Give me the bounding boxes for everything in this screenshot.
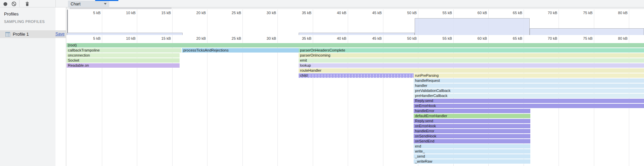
flame-bar-Socket[interactable]: Socket	[67, 58, 180, 63]
flame-bar-label: _send	[414, 154, 425, 158]
flame-bar-label: Reply.send	[414, 99, 433, 103]
save-profile-link[interactable]: Save	[55, 32, 65, 36]
flame-ruler-tick-label: 5 kB	[80, 36, 101, 40]
toolbar-divider	[55, 0, 56, 7]
flame-bar-callbackTrampoline[interactable]: callbackTrampoline	[67, 48, 181, 53]
flame-bar-label: onSendHook	[414, 134, 437, 138]
flame-bar-routeHandler[interactable]: routeHandler	[299, 68, 644, 73]
flame-bar-label: Reply.send	[414, 119, 433, 123]
chart-view-select[interactable]: Chart	[68, 1, 109, 7]
flame-bar-label: processTicksAndRejections	[182, 48, 229, 52]
overview-ruler-tick-label: 75 kB	[572, 11, 593, 15]
horizontal-scrollbar-track[interactable]	[66, 7, 644, 9]
flame-bar-label: preHandlerCallback	[414, 94, 448, 98]
overview-ruler-tick-label: 40 kB	[326, 11, 346, 15]
flame-bar-handleRequest[interactable]: handleRequest	[414, 78, 644, 83]
chart-pane[interactable]: 5 kB5 kB10 kB10 kB15 kB15 kB20 kB20 kB25…	[66, 7, 644, 166]
overview-ruler-tick-label: 10 kB	[115, 11, 136, 15]
chart-view-select-value: Chart	[71, 2, 80, 6]
flame-ruler-tick-label: 80 kB	[607, 36, 628, 40]
flame-ruler-tick-label: 30 kB	[255, 36, 276, 40]
flame-bar-onSendHook[interactable]: onSendHook	[414, 134, 530, 138]
flame-bar-label: onErrorHook	[414, 124, 436, 128]
profile-name: Profile 1	[13, 32, 29, 37]
flame-bar-label: handler	[414, 84, 427, 88]
flame-bar-label: lookup	[299, 63, 311, 67]
flame-bar-onSendEnd[interactable]: onSendEnd	[414, 139, 530, 143]
flame-bar-label: onconnection	[67, 53, 90, 57]
flame-bar-label: handleRequest	[414, 78, 440, 82]
flame-bar-preValidationCallback[interactable]: preValidationCallback	[414, 89, 644, 93]
flame-bar-_writeRaw[interactable]: _writeRaw	[414, 159, 530, 164]
flame-bar-(root)[interactable]: (root)	[67, 43, 644, 47]
overview-ruler-tick-label: 70 kB	[536, 11, 557, 15]
flame-bar-Readable.on[interactable]: Readable.on	[67, 63, 180, 68]
flame-bar-label: child	[299, 73, 308, 77]
flame-bar-emit[interactable]: emit	[299, 58, 644, 63]
vertical-scrollbar-thumb[interactable]	[67, 9, 68, 35]
flame-bar-runPreParsing[interactable]: runPreParsing	[414, 73, 644, 78]
flame-bar-label: defaultErrorHandler	[414, 114, 447, 118]
flame-bar-handleError[interactable]: handleError	[414, 129, 530, 133]
flame-bar-label: Readable.on	[67, 63, 89, 67]
chevron-down-icon	[104, 3, 107, 5]
flame-bar-_send[interactable]: _send	[414, 154, 530, 159]
flame-bar-parserOnHeadersComplete[interactable]: parserOnHeadersComplete	[299, 48, 644, 53]
flame-bar-Reply.send[interactable]: Reply.send	[414, 119, 530, 123]
flame-bar-preHandlerCallback[interactable]: preHandlerCallback	[414, 94, 644, 98]
block-circle-icon	[11, 1, 16, 6]
flame-bar-label: parserOnIncoming	[299, 53, 331, 57]
overview-step[interactable]	[299, 33, 415, 35]
flame-bar-Reply.send[interactable]: Reply.send	[414, 99, 644, 103]
flame-ruler-tick-label: 25 kB	[220, 36, 241, 40]
overview-ruler-tick-label: 55 kB	[431, 11, 452, 15]
trash-icon	[25, 1, 30, 6]
flame-bar-label: write_	[414, 149, 425, 153]
clear-all-profiles-button[interactable]	[11, 1, 16, 6]
flame-bar-onconnection[interactable]: onconnection	[67, 53, 180, 58]
flame-ruler-tick-label: 45 kB	[361, 36, 382, 40]
record-button[interactable]	[3, 1, 8, 6]
overview-step[interactable]	[67, 33, 183, 35]
flame-bar-onErrorHook[interactable]: onErrorHook	[414, 104, 644, 108]
flame-ruler-tick-label: 50 kB	[396, 36, 417, 40]
record-circle-icon	[3, 2, 8, 6]
flame-bar-parserOnIncoming[interactable]: parserOnIncoming	[299, 53, 644, 58]
flame-bar-label: routeHandler	[299, 68, 321, 72]
overview-step[interactable]	[530, 28, 644, 35]
flame-bar-handleError[interactable]: handleError	[414, 109, 530, 113]
gridline	[277, 9, 278, 166]
memory-profiler-panel: Chart Profiles SAMPLING PROFILES Profile…	[0, 0, 644, 166]
flame-bar-lookup[interactable]: lookup	[299, 63, 644, 68]
flame-bar-end[interactable]: end	[414, 144, 530, 148]
sidebar-item-profile-1[interactable]: Profile 1 Save	[0, 30, 66, 38]
sidebar-title: Profiles	[4, 11, 18, 16]
horizontal-scrollbar-thumb-2[interactable]	[70, 7, 172, 9]
flame-bar-label: handleError	[414, 129, 434, 133]
sampling-profiles-section-header: SAMPLING PROFILES	[4, 20, 45, 24]
flame-ruler-tick-label: 35 kB	[291, 36, 311, 40]
flame-bar-defaultErrorHandler[interactable]: defaultErrorHandler	[414, 114, 530, 118]
horizontal-scrollbar-thumb[interactable]	[95, 0, 118, 1]
flame-bar-handler[interactable]: handler	[414, 84, 644, 88]
flame-bar-label: parserOnHeadersComplete	[299, 48, 345, 52]
overview-ruler-tick-label: 60 kB	[466, 11, 487, 15]
flame-ruler-tick-label: 60 kB	[466, 36, 487, 40]
flame-bar-write_[interactable]: write_	[414, 149, 530, 154]
flame-bar-label: runPreParsing	[414, 73, 439, 77]
gridline	[207, 9, 207, 166]
overview-step[interactable]	[415, 18, 530, 35]
flame-bar-child[interactable]: child	[299, 73, 414, 78]
overview-ruler-tick-label: 5 kB	[80, 11, 101, 15]
flame-bar-label: (root)	[67, 43, 77, 47]
flame-bar-onErrorHook[interactable]: onErrorHook	[414, 124, 530, 128]
overview-ruler-tick-label: 50 kB	[396, 11, 417, 15]
flame-ruler-tick-label: 65 kB	[501, 36, 522, 40]
overview-ruler-tick-label: 20 kB	[185, 11, 206, 15]
flame-ruler-tick-label: 20 kB	[185, 36, 206, 40]
delete-profile-button[interactable]	[25, 1, 30, 6]
flame-bar-label: onErrorHook	[414, 104, 436, 108]
overview-ruler-tick-label: 30 kB	[255, 11, 276, 15]
flame-bar-processTicksAndRejections[interactable]: processTicksAndRejections	[182, 48, 299, 53]
heap-profile-icon	[5, 32, 10, 37]
